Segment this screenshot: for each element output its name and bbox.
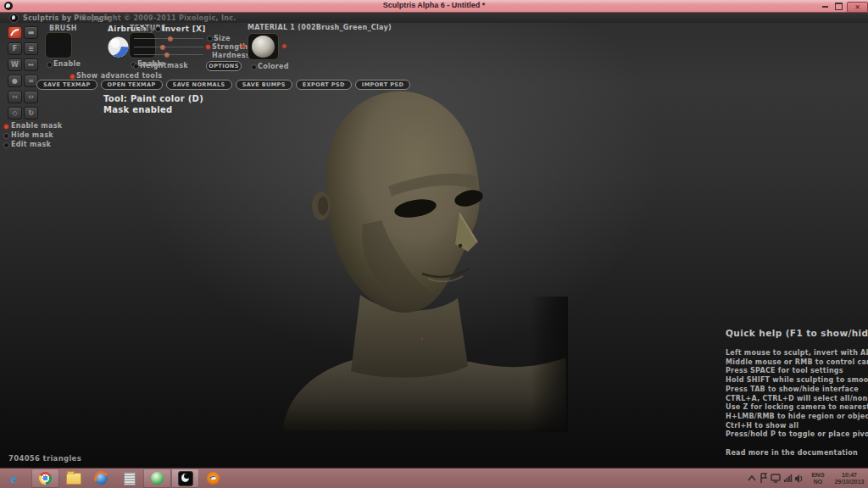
lazy-label[interactable]: Lazy: [134, 25, 154, 33]
hide-mask-radio[interactable]: [3, 133, 9, 139]
rotate-icon: ↻: [28, 109, 34, 117]
invert-label[interactable]: Invert [X]: [162, 25, 206, 33]
network-pc-icon[interactable]: [771, 474, 780, 480]
tray-icons[interactable]: [746, 472, 804, 485]
help-line: Middle mouse or RMB to control camera: [726, 358, 868, 368]
help-line: Hold SHIFT while sculpting to smooth: [726, 376, 868, 385]
fill-tool-button[interactable]: F: [8, 42, 22, 55]
brush-preview-well[interactable]: [45, 32, 72, 58]
save-texmap-button[interactable]: SAVE TEXMAP: [36, 80, 97, 90]
enable-mask-radio[interactable]: [3, 124, 9, 130]
document-icon: [124, 472, 136, 485]
export-psd-button[interactable]: EXPORT PSD: [296, 80, 352, 90]
taskbar-firefox[interactable]: [87, 469, 115, 488]
grab-tool-button[interactable]: ↔: [24, 58, 38, 71]
flatten-tool-button[interactable]: ≡: [24, 42, 38, 55]
hardness-slider-handle[interactable]: [164, 53, 170, 58]
chrome-icon: [39, 472, 52, 485]
draw-tool-button[interactable]: W: [8, 58, 22, 71]
enable-mask-label[interactable]: Enable mask: [11, 122, 62, 130]
viewport-canvas[interactable]: ▬ F ≡ W ↔ ● ≈ ›‹ ‹› ◇ ↻ Enable mask Hide…: [0, 23, 868, 468]
app-copyright: Copyright © 2009-2011 Pixologic, Inc.: [81, 14, 236, 22]
window-titlebar[interactable]: Sculptris Alpha 6 - Untitled * ✕: [0, 0, 868, 13]
material-prev-dot[interactable]: [241, 44, 245, 48]
taskbar-file-explorer[interactable]: [59, 469, 87, 488]
taskbar-blender[interactable]: [199, 469, 227, 488]
edit-mask-radio[interactable]: [3, 142, 9, 148]
minimize-button[interactable]: [819, 3, 831, 10]
firefox-icon: [95, 472, 108, 485]
language-indicator[interactable]: ENG NO: [807, 472, 829, 485]
smear-tool-button[interactable]: ▬: [24, 26, 38, 39]
signal-bars-icon[interactable]: [784, 474, 792, 482]
inflate-tool-button[interactable]: ●: [8, 75, 22, 87]
fill-icon: F: [13, 45, 17, 53]
brush-enable-label[interactable]: Enable: [53, 60, 81, 68]
taskbar-media-player[interactable]: [143, 469, 171, 488]
size-slider-handle[interactable]: [168, 36, 173, 42]
show-hidden-icons-chevron[interactable]: [748, 476, 755, 480]
taskbar-sculptris[interactable]: [171, 469, 199, 488]
show-advanced-label[interactable]: Show advanced tools: [76, 72, 162, 80]
pinch-alt-tool-button[interactable]: ‹›: [24, 91, 38, 103]
strength-slider[interactable]: [134, 47, 203, 47]
quick-help-footer: Read more in the documentation: [726, 449, 868, 458]
internet-explorer-icon: e: [11, 472, 25, 485]
options-button[interactable]: OPTIONS: [206, 61, 242, 71]
save-bumps-button[interactable]: SAVE BUMPS: [236, 80, 292, 90]
paint-color-tool-button[interactable]: [8, 26, 22, 39]
help-line: H+LMB/RMB to hide region or objects: [726, 413, 868, 422]
material-sphere-preview[interactable]: [252, 36, 275, 58]
show-advanced-radio[interactable]: [70, 74, 75, 80]
rotate-tool-button[interactable]: ↻: [24, 107, 38, 119]
maximize-icon: [835, 3, 843, 10]
hide-mask-label[interactable]: Hide mask: [11, 131, 53, 139]
help-line: Use Z for locking camera to nearest axis: [726, 403, 868, 413]
hardness-slider[interactable]: [134, 54, 203, 55]
screen: Sculptris Alpha 6 - Untitled * ✕ Sculptr…: [0, 0, 868, 488]
taskbar-chrome[interactable]: [31, 469, 59, 488]
airbrush-ball-icon[interactable]: [108, 36, 129, 58]
save-normals-button[interactable]: SAVE NORMALS: [166, 80, 232, 90]
action-center-flag-icon[interactable]: [761, 474, 766, 483]
system-tray: ENG NO 10:47 29/10/2013: [746, 469, 868, 488]
taskbar-notes[interactable]: [115, 469, 143, 488]
flatten-icon: ≡: [28, 45, 34, 53]
brush-enable-radio[interactable]: [47, 62, 53, 68]
quick-help-panel: Quick help (F1 to show/hide) Left mouse …: [726, 328, 868, 458]
sculptris-swirl-icon: [9, 14, 19, 23]
taskbar-internet-explorer[interactable]: e: [3, 469, 31, 488]
sculptris-icon: [178, 471, 193, 486]
paint-brush-icon: [10, 29, 19, 36]
close-button[interactable]: ✕: [847, 2, 868, 13]
mask-status-text: Mask enabled: [103, 105, 173, 114]
edit-mask-label[interactable]: Edit mask: [11, 141, 51, 148]
colored-radio[interactable]: [251, 64, 257, 70]
taskbar-apps: e: [3, 469, 227, 488]
grab-icon: ↔: [28, 61, 34, 69]
open-texmap-button[interactable]: OPEN TEXMAP: [101, 80, 163, 90]
draw-icon: W: [11, 61, 19, 69]
invert-radio[interactable]: [155, 26, 161, 32]
language-primary: ENG: [807, 472, 829, 479]
clock[interactable]: 10:47 29/10/2013: [829, 472, 868, 485]
maximize-button[interactable]: [832, 3, 844, 10]
colored-label[interactable]: Colored: [258, 63, 289, 70]
heightmask-radio[interactable]: [133, 64, 139, 69]
heightmask-label[interactable]: Heightmask: [140, 62, 188, 69]
size-slider[interactable]: [134, 38, 203, 39]
scale-tool-button[interactable]: ◇: [8, 107, 22, 119]
smooth-icon: ≈: [28, 77, 34, 85]
strength-slider-handle[interactable]: [160, 45, 165, 50]
size-marker-radio[interactable]: [207, 36, 213, 42]
blender-icon: [207, 472, 220, 485]
strength-marker-radio[interactable]: [205, 44, 211, 50]
import-psd-button[interactable]: IMPORT PSD: [355, 80, 410, 90]
material-next-dot[interactable]: [282, 44, 287, 48]
sculpted-head-model[interactable]: [280, 85, 568, 432]
inflate-icon: ●: [12, 77, 18, 85]
pinch-alt-icon: ‹›: [28, 93, 34, 101]
pinch-tool-button[interactable]: ›‹: [8, 91, 22, 103]
sculpt-tool-palette: ▬ F ≡ W ↔ ● ≈ ›‹ ‹› ◇ ↻: [8, 26, 38, 119]
speaker-icon[interactable]: [795, 474, 802, 483]
